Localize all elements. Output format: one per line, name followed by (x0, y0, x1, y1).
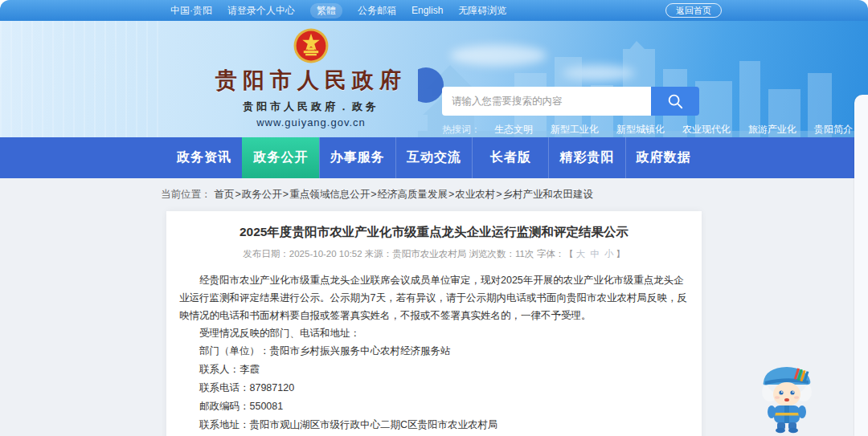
national-emblem-icon (293, 27, 330, 64)
nav-tab-政府数据[interactable]: 政府数据 (625, 137, 702, 178)
contact-line: 联系人：李霞 (179, 361, 689, 379)
topbar-link[interactable]: 繁體 (310, 3, 342, 18)
search-button[interactable] (651, 87, 699, 116)
breadcrumb-label: 当前位置： (161, 188, 211, 202)
back-to-home-button[interactable]: 返回首页 (665, 3, 722, 18)
breadcrumb-link[interactable]: 首页 (215, 189, 235, 200)
site-url: www.guiyang.gov.cn (186, 116, 436, 128)
topbar-link[interactable]: 请登录个人中心 (227, 4, 295, 18)
breadcrumb-separator: > (235, 189, 241, 200)
scrollbar-track[interactable] (854, 95, 868, 436)
breadcrumb-separator: > (371, 189, 376, 200)
font-size-option[interactable]: 大 (576, 249, 586, 259)
nav-tab-政务公开[interactable]: 政务公开 (242, 137, 318, 178)
hot-search-word[interactable]: 农业现代化 (682, 123, 731, 137)
search-area: 热搜词： 生态文明新型工业化新型城镇化农业现代化旅游产业化贵阳简介 (442, 87, 707, 137)
hot-search-word[interactable]: 旅游产业化 (748, 123, 796, 137)
contact-line: 邮政编码：550081 (179, 397, 689, 416)
decor-stripes (0, 21, 165, 137)
article-paragraph: 经贵阳市农业产业化市级重点龙头企业联席会议成员单位审定，现对2025年开展的农业… (179, 271, 689, 324)
nav-tab-办事服务[interactable]: 办事服务 (319, 137, 395, 178)
topbar-link[interactable]: 公务邮箱 (358, 4, 396, 18)
topbar-link[interactable]: 中国·贵阳 (170, 4, 212, 18)
hot-search-word[interactable]: 贵阳简介 (814, 123, 853, 137)
hot-search-word[interactable]: 新型城镇化 (616, 123, 665, 137)
article-meta-info: 发布日期：2025-10-20 10:52 来源：贵阳市农业农村局 浏览次数：1… (243, 249, 573, 259)
article-meta: 发布日期：2025-10-20 10:52 来源：贵阳市农业农村局 浏览次数：1… (179, 248, 689, 260)
breadcrumb-link[interactable]: 经济高质量发展 (377, 189, 448, 200)
nav-tab-互动交流[interactable]: 互动交流 (395, 137, 472, 178)
breadcrumb-separator: > (283, 189, 289, 200)
font-size-option[interactable]: 中 (590, 249, 600, 259)
article-paragraph: 受理情况反映的部门、电话和地址： (179, 324, 689, 342)
breadcrumb: 当前位置： 首页>政务公开>重点领域信息公开>经济高质量发展>农业农村>乡村产业… (161, 188, 868, 202)
article-body: 经贵阳市农业产业化市级重点龙头企业联席会议成员单位审定，现对2025年开展的农业… (179, 271, 689, 342)
topbar-links: 中国·贵阳请登录个人中心繁體公务邮箱English无障碍浏览 (0, 3, 506, 18)
site-header: 贵阳市人民政府 贵阳市人民政府．政务 www.guiyang.gov.cn 热搜… (0, 21, 868, 137)
article-meta-close: 】 (616, 249, 625, 259)
article-card: 2025年度贵阳市农业产业化市级重点龙头企业运行监测和评定结果公示 发布日期：2… (166, 211, 702, 436)
hot-search-word[interactable]: 新型工业化 (551, 123, 599, 137)
breadcrumb-link[interactable]: 乡村产业和农田建设 (503, 189, 594, 200)
nav-tab-精彩贵阳[interactable]: 精彩贵阳 (548, 137, 624, 178)
site-name: 贵阳市人民政府 (186, 66, 436, 95)
browser-page: 中国·贵阳请登录个人中心繁體公务邮箱English无障碍浏览 返回首页 (0, 0, 868, 436)
main-navigation: 政务资讯政务公开办事服务互动交流长者版精彩贵阳政府数据 (0, 137, 868, 178)
contact-line: 联系电话：87987120 (179, 379, 689, 397)
site-logo[interactable]: 贵阳市人民政府 贵阳市人民政府．政务 www.guiyang.gov.cn (186, 27, 436, 128)
mascot-character[interactable] (754, 360, 820, 434)
contact-line: 联系地址：贵阳市观山湖区市级行政中心二期C区贵阳市农业农村局 (179, 416, 689, 434)
breadcrumb-separator: > (448, 189, 454, 200)
topbar-link[interactable]: 无障碍浏览 (458, 4, 506, 18)
search-input[interactable] (442, 87, 651, 116)
nav-tab-长者版[interactable]: 长者版 (472, 137, 548, 178)
nav-tab-政务资讯[interactable]: 政务资讯 (166, 137, 242, 178)
top-utility-bar: 中国·贵阳请登录个人中心繁體公务邮箱English无障碍浏览 返回首页 (0, 0, 868, 21)
contact-lines: 部门（单位）：贵阳市乡村振兴服务中心农村经济服务站联系人：李霞联系电话：8798… (179, 342, 689, 434)
contact-line: 部门（单位）：贵阳市乡村振兴服务中心农村经济服务站 (179, 342, 689, 361)
hot-search-word[interactable]: 生态文明 (494, 123, 533, 137)
hot-search-words: 生态文明新型工业化新型城镇化农业现代化旅游产业化贵阳简介 (494, 123, 853, 137)
breadcrumb-link[interactable]: 政务公开 (242, 189, 282, 200)
breadcrumb-link[interactable]: 重点领域信息公开 (289, 189, 370, 200)
search-icon (666, 92, 684, 110)
topbar-link[interactable]: English (411, 5, 443, 16)
breadcrumb-link[interactable]: 农业农村 (455, 189, 495, 200)
breadcrumb-separator: > (496, 189, 502, 200)
article-title: 2025年度贵阳市农业产业化市级重点龙头企业运行监测和评定结果公示 (179, 224, 689, 240)
hot-search-row: 热搜词： 生态文明新型工业化新型城镇化农业现代化旅游产业化贵阳简介 (442, 123, 707, 137)
hot-search-label: 热搜词： (442, 123, 481, 137)
site-subtitle: 贵阳市人民政府．政务 (186, 100, 436, 114)
breadcrumb-path: 首页>政务公开>重点领域信息公开>经济高质量发展>农业农村>乡村产业和农田建设 (215, 188, 594, 202)
font-size-option[interactable]: 小 (604, 249, 614, 259)
